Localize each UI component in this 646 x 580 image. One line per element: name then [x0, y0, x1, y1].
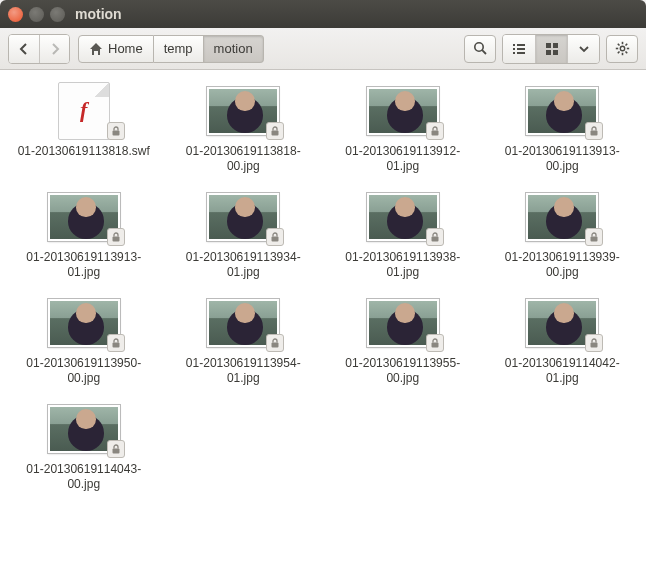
grid-view-button[interactable]	[535, 35, 567, 63]
lock-icon	[107, 122, 125, 140]
window-controls	[8, 7, 65, 22]
svg-rect-24	[591, 131, 598, 136]
file-item[interactable]: 01-20130619114042-01.jpg	[485, 292, 641, 390]
view-mode-group	[502, 34, 600, 64]
grid-view-icon	[545, 42, 559, 56]
lock-icon	[266, 334, 284, 352]
svg-rect-9	[553, 43, 558, 48]
breadcrumb-home-label: Home	[108, 41, 143, 56]
svg-line-19	[625, 44, 627, 46]
view-options-button[interactable]	[567, 35, 599, 63]
breadcrumb-home[interactable]: Home	[78, 35, 154, 63]
file-item[interactable]: 01-20130619113938-01.jpg	[325, 186, 481, 284]
file-name-label: 01-20130619113818-00.jpg	[173, 144, 313, 174]
svg-rect-3	[517, 44, 525, 46]
svg-rect-30	[272, 343, 279, 348]
back-button[interactable]	[9, 35, 39, 63]
file-thumbnail	[364, 84, 442, 138]
svg-rect-23	[431, 131, 438, 136]
breadcrumb-item-motion[interactable]: motion	[204, 35, 264, 63]
file-item[interactable]: 01-20130619113913-01.jpg	[6, 186, 162, 284]
file-item[interactable]: f01-20130619113818.swf	[6, 80, 162, 178]
svg-point-12	[620, 46, 624, 50]
breadcrumb: Home temp motion	[78, 35, 264, 63]
svg-rect-7	[517, 52, 525, 54]
lock-icon	[426, 334, 444, 352]
svg-rect-2	[513, 44, 515, 46]
maximize-window-button[interactable]	[50, 7, 65, 22]
file-thumbnail	[523, 84, 601, 138]
svg-rect-31	[431, 343, 438, 348]
svg-rect-21	[112, 131, 119, 136]
file-thumbnail: f	[45, 84, 123, 138]
breadcrumb-item-temp[interactable]: temp	[154, 35, 204, 63]
svg-line-20	[617, 52, 619, 54]
file-name-label: 01-20130619113939-00.jpg	[492, 250, 632, 280]
file-name-label: 01-20130619113954-01.jpg	[173, 356, 313, 386]
file-item[interactable]: 01-20130619113913-00.jpg	[485, 80, 641, 178]
list-view-icon	[512, 42, 526, 56]
lock-icon	[585, 228, 603, 246]
lock-icon	[585, 122, 603, 140]
breadcrumb-label: temp	[164, 41, 193, 56]
file-name-label: 01-20130619113912-01.jpg	[333, 144, 473, 174]
file-item[interactable]: 01-20130619113818-00.jpg	[166, 80, 322, 178]
close-window-button[interactable]	[8, 7, 23, 22]
file-name-label: 01-20130619113934-01.jpg	[173, 250, 313, 280]
svg-rect-11	[553, 50, 558, 55]
home-icon	[89, 42, 103, 56]
file-grid: f01-20130619113818.swf01-20130619113818-…	[6, 80, 640, 496]
toolbar: Home temp motion	[0, 28, 646, 70]
svg-line-1	[482, 50, 486, 54]
file-item[interactable]: 01-20130619113934-01.jpg	[166, 186, 322, 284]
svg-rect-5	[517, 48, 525, 50]
file-item[interactable]: 01-20130619113955-00.jpg	[325, 292, 481, 390]
window-title: motion	[75, 6, 122, 22]
file-name-label: 01-20130619113938-01.jpg	[333, 250, 473, 280]
lock-icon	[585, 334, 603, 352]
forward-button[interactable]	[39, 35, 69, 63]
file-thumbnail	[523, 190, 601, 244]
search-button[interactable]	[464, 35, 496, 63]
svg-line-18	[625, 52, 627, 54]
file-thumbnail	[204, 84, 282, 138]
svg-rect-8	[546, 43, 551, 48]
chevron-down-icon	[578, 43, 590, 55]
breadcrumb-label: motion	[214, 41, 253, 56]
nav-group	[8, 34, 70, 64]
svg-point-0	[474, 43, 482, 51]
file-view[interactable]: f01-20130619113818.swf01-20130619113818-…	[0, 70, 646, 580]
svg-rect-29	[112, 343, 119, 348]
svg-rect-6	[513, 52, 515, 54]
search-icon	[473, 41, 488, 56]
file-thumbnail	[45, 402, 123, 456]
file-thumbnail	[364, 296, 442, 350]
file-item[interactable]: 01-20130619113954-01.jpg	[166, 292, 322, 390]
file-thumbnail	[204, 296, 282, 350]
file-item[interactable]: 01-20130619113939-00.jpg	[485, 186, 641, 284]
titlebar: motion	[0, 0, 646, 28]
svg-rect-28	[591, 237, 598, 242]
flash-icon: f	[80, 97, 87, 123]
lock-icon	[107, 228, 125, 246]
file-name-label: 01-20130619113913-01.jpg	[14, 250, 154, 280]
lock-icon	[107, 440, 125, 458]
lock-icon	[266, 228, 284, 246]
lock-icon	[426, 228, 444, 246]
forward-icon	[49, 43, 61, 55]
file-item[interactable]: 01-20130619113912-01.jpg	[325, 80, 481, 178]
list-view-button[interactable]	[503, 35, 535, 63]
gear-icon	[615, 41, 630, 56]
file-name-label: 01-20130619113913-00.jpg	[492, 144, 632, 174]
lock-icon	[426, 122, 444, 140]
file-item[interactable]: 01-20130619113950-00.jpg	[6, 292, 162, 390]
minimize-window-button[interactable]	[29, 7, 44, 22]
file-thumbnail	[364, 190, 442, 244]
file-name-label: 01-20130619113955-00.jpg	[333, 356, 473, 386]
file-name-label: 01-20130619114042-01.jpg	[492, 356, 632, 386]
file-thumbnail	[204, 190, 282, 244]
svg-rect-27	[431, 237, 438, 242]
lock-icon	[107, 334, 125, 352]
file-item[interactable]: 01-20130619114043-00.jpg	[6, 398, 162, 496]
settings-button[interactable]	[606, 35, 638, 63]
